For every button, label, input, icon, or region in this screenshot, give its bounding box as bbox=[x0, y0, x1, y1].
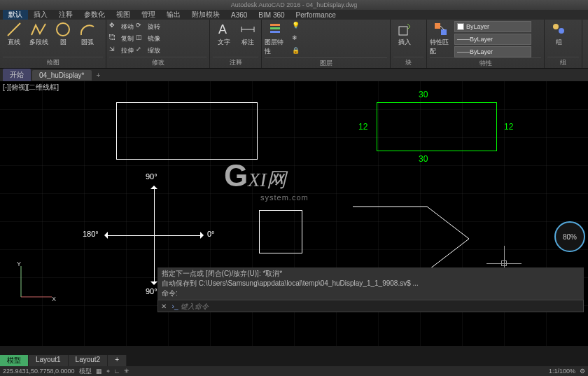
copy-button[interactable]: ⿻复制 bbox=[109, 33, 134, 44]
entity-square[interactable] bbox=[259, 210, 302, 253]
text-icon: A bbox=[216, 21, 232, 38]
status-ortho-icon[interactable]: ∟ bbox=[114, 368, 120, 375]
status-zoom[interactable]: 1:1/100% bbox=[549, 368, 575, 375]
nav-wheel[interactable]: 80% bbox=[554, 221, 585, 252]
pline-button[interactable]: 多段线 bbox=[27, 21, 50, 57]
matchprop-button[interactable]: 特性匹配 bbox=[430, 21, 452, 57]
compass-north: 90° bbox=[146, 172, 158, 181]
arc-button[interactable]: 圆弧 bbox=[76, 21, 99, 57]
panel-annotate: A文字 标注 注释 bbox=[210, 20, 262, 68]
status-polar-icon[interactable]: ✳ bbox=[124, 368, 130, 375]
status-snap-icon[interactable]: ⌖ bbox=[106, 368, 110, 375]
linetype-dropdown[interactable]: —— ByLayer bbox=[454, 46, 531, 57]
panel-label-layers: 图层 bbox=[265, 57, 387, 69]
cmd-hist-line: 指定下一点或 [闭合(C)/放弃(U)]: *取消* bbox=[162, 269, 580, 279]
svg-text:A: A bbox=[218, 22, 227, 36]
viewport-label[interactable]: [-][俯视][二维线框] bbox=[3, 83, 59, 92]
insert-button[interactable]: 插入 bbox=[393, 21, 416, 57]
compass-east: 0° bbox=[207, 230, 215, 238]
panel-properties: 特性匹配 ByLayer —— ByLayer —— ByLayer 特性 bbox=[427, 20, 545, 68]
cmd-close-icon[interactable]: ✕ bbox=[158, 302, 169, 310]
file-tabs: 开始 04_huDisplay* + bbox=[0, 69, 588, 81]
entity-rectangle-green[interactable] bbox=[377, 102, 497, 151]
layout-tab-2[interactable]: Layout2 bbox=[69, 355, 108, 366]
compass-south: 90° bbox=[146, 287, 158, 295]
dimension-bottom[interactable]: 30 bbox=[419, 154, 428, 164]
file-tab-new[interactable]: + bbox=[93, 71, 104, 79]
tab-insert[interactable]: 插入 bbox=[28, 10, 53, 20]
status-coords: 225.9431,50.7758,0.0000 bbox=[3, 368, 75, 375]
title-bar: Autodesk AutoCAD 2016 - 04_huDisplay.dwg bbox=[0, 0, 588, 10]
entity-arrow-polyline[interactable] bbox=[350, 204, 476, 274]
command-input-row: ✕ ›_ bbox=[158, 300, 584, 312]
panel-label-block: 块 bbox=[393, 57, 424, 68]
tab-view[interactable]: 视图 bbox=[111, 10, 136, 20]
layer-props-button[interactable]: 图层特性 bbox=[265, 21, 287, 57]
mirror-button[interactable]: ◫镜像 bbox=[136, 33, 160, 44]
cmd-hist-line: 命令: bbox=[162, 288, 580, 298]
tab-output[interactable]: 输出 bbox=[161, 10, 186, 20]
panel-group: 组 组 bbox=[545, 20, 582, 68]
layer-freeze-button[interactable]: ❄ bbox=[292, 34, 302, 45]
svg-point-1 bbox=[57, 23, 69, 36]
tab-default[interactable]: 默认 bbox=[3, 10, 28, 20]
svg-rect-9 bbox=[399, 27, 407, 35]
panel-label-group: 组 bbox=[547, 57, 579, 68]
insert-icon bbox=[396, 21, 413, 38]
panel-label-properties: 特性 bbox=[430, 57, 541, 69]
copy-icon: ⿻ bbox=[109, 34, 119, 43]
dimension-left[interactable]: 12 bbox=[358, 122, 368, 132]
layer-bulb-button[interactable]: 💡 bbox=[292, 21, 302, 32]
command-input[interactable] bbox=[181, 302, 583, 310]
panel-layers: 图层特性 💡 ❄ 🔒 图层 bbox=[262, 20, 391, 68]
lock-icon: 🔒 bbox=[292, 47, 302, 57]
tab-parametric[interactable]: 参数化 bbox=[78, 10, 111, 20]
tab-addons[interactable]: 附加模块 bbox=[186, 10, 225, 20]
file-tab-active[interactable]: 04_huDisplay* bbox=[32, 70, 92, 81]
move-button[interactable]: ✥移动 bbox=[109, 21, 134, 32]
svg-rect-6 bbox=[270, 24, 280, 26]
dimension-button[interactable]: 标注 bbox=[237, 21, 258, 57]
tab-annotate[interactable]: 注释 bbox=[53, 10, 78, 20]
polyline-icon bbox=[30, 21, 47, 38]
svg-rect-8 bbox=[270, 31, 280, 33]
rotate-button[interactable]: ⟳旋转 bbox=[136, 21, 160, 32]
snowflake-icon: ❄ bbox=[292, 34, 302, 44]
rotate-icon: ⟳ bbox=[136, 22, 146, 32]
tab-bim360[interactable]: BIM 360 bbox=[253, 11, 290, 19]
tab-a360[interactable]: A360 bbox=[225, 11, 253, 19]
cmd-prompt-icon: ›_ bbox=[169, 302, 181, 310]
ucs-icon[interactable]: Y X bbox=[14, 262, 56, 304]
status-gear-icon[interactable]: ⚙ bbox=[580, 368, 585, 375]
layers-icon bbox=[267, 21, 284, 38]
tab-performance[interactable]: Performance bbox=[290, 11, 342, 19]
layout-tab-add[interactable]: + bbox=[108, 355, 127, 366]
stretch-button[interactable]: ⇲拉伸 bbox=[109, 45, 134, 56]
color-dropdown[interactable]: ByLayer bbox=[454, 21, 531, 32]
dimension-icon bbox=[239, 21, 256, 38]
svg-rect-7 bbox=[270, 27, 280, 29]
svg-text:X: X bbox=[52, 295, 56, 302]
group-button[interactable]: 组 bbox=[547, 21, 570, 57]
layout-tab-model[interactable]: 模型 bbox=[0, 355, 29, 366]
file-tab-start[interactable]: 开始 bbox=[3, 69, 31, 81]
cmd-hist-line: 自动保存到 C:\Users\Samsung\appdata\local\tem… bbox=[162, 279, 580, 288]
drawing-canvas[interactable]: /* grid drawn via static elements below … bbox=[0, 81, 588, 346]
layout-tab-1[interactable]: Layout1 bbox=[29, 355, 69, 366]
tab-manage[interactable]: 管理 bbox=[136, 10, 161, 20]
layer-lock-button[interactable]: 🔒 bbox=[292, 46, 302, 57]
mirror-icon: ◫ bbox=[136, 34, 146, 43]
layout-tabs: 模型 Layout1 Layout2 + bbox=[0, 355, 127, 366]
status-space[interactable]: 模型 bbox=[79, 367, 92, 376]
command-line: 指定下一点或 [闭合(C)/放弃(U)]: *取消* 自动保存到 C:\User… bbox=[158, 267, 584, 312]
dimension-right[interactable]: 12 bbox=[504, 122, 513, 132]
dimension-top[interactable]: 30 bbox=[419, 90, 428, 99]
status-grid-icon[interactable]: ▦ bbox=[96, 368, 102, 375]
circle-button[interactable]: 圆 bbox=[52, 21, 74, 57]
text-button[interactable]: A文字 bbox=[213, 21, 234, 57]
lineweight-dropdown[interactable]: —— ByLayer bbox=[454, 34, 531, 45]
entity-rectangle-white[interactable] bbox=[116, 102, 258, 160]
scale-button[interactable]: ⤢缩放 bbox=[136, 45, 160, 56]
line-button[interactable]: 直线 bbox=[3, 21, 25, 57]
panel-block: 插入 块 bbox=[391, 20, 427, 68]
